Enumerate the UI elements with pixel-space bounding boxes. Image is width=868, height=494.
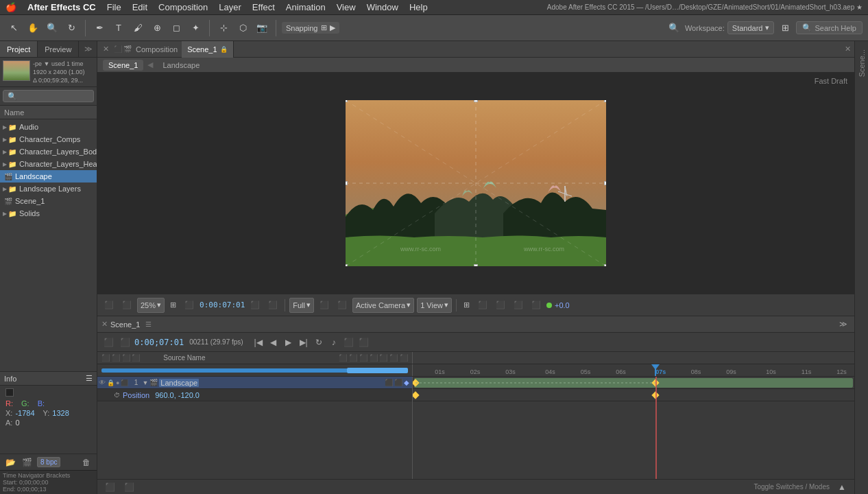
- kf-sub-start[interactable]: [413, 391, 420, 399]
- preview-tab[interactable]: Preview: [38, 41, 79, 57]
- lc-switch-icon[interactable]: ⬛: [385, 379, 393, 386]
- tl-status-icon-1[interactable]: ⬛: [103, 480, 117, 494]
- menu-composition[interactable]: Composition: [158, 2, 208, 12]
- viewer-views-select[interactable]: 1 View ▾: [417, 298, 452, 313]
- comp-panel-close[interactable]: ✕: [841, 41, 854, 58]
- viewer-fit-btn[interactable]: ⊞: [167, 298, 179, 313]
- tl-timecode[interactable]: 0:00;07:01: [134, 338, 184, 347]
- tree-item-landscape-layers[interactable]: ▶ 📁 Landscape Layers: [0, 183, 97, 195]
- viewer-tab-landscape[interactable]: Landscape: [157, 60, 205, 71]
- toolbar-clone-tool[interactable]: ⊕: [149, 20, 165, 36]
- sub-stopwatch-icon[interactable]: ⏱: [114, 392, 120, 399]
- viewer-preview-btn[interactable]: ⬛: [511, 298, 526, 313]
- tree-item-audio[interactable]: ▶ 📁 Audio: [0, 121, 97, 133]
- tree-item-landscape[interactable]: 🎬 Landscape: [0, 170, 97, 183]
- transform-handle-tl[interactable]: [346, 100, 348, 102]
- apple-menu[interactable]: 🍎: [5, 2, 16, 12]
- layer-bar-1[interactable]: [414, 378, 853, 388]
- viewer-3d-btn[interactable]: ⬛: [493, 298, 508, 313]
- toolbar-brush-tool[interactable]: 🖌: [130, 20, 146, 36]
- viewer-pixel-ratio-btn[interactable]: ⬛: [182, 298, 197, 313]
- toolbar-eraser-tool[interactable]: ◻: [168, 20, 184, 36]
- tl-step-back[interactable]: ◀: [267, 336, 280, 349]
- viewer-play-btn[interactable]: ⬛: [248, 298, 263, 313]
- menu-view[interactable]: View: [337, 2, 356, 12]
- tl-flow-btn[interactable]: ⬛: [357, 336, 371, 349]
- panel-expand-btn[interactable]: ≫: [80, 41, 97, 57]
- tl-ram-icon[interactable]: ⬛: [101, 336, 115, 349]
- tl-step-fwd[interactable]: ▶|: [297, 336, 311, 349]
- project-search-input[interactable]: [3, 90, 94, 102]
- layer-eye-icon[interactable]: 👁: [99, 379, 106, 386]
- tl-layer-row-1[interactable]: 👁 🔒 ● ⬛ 1 ▼ 🎬 Landscape ⬛: [97, 377, 412, 389]
- comp-tab-scene1[interactable]: Scene_1 🔒: [182, 41, 233, 58]
- toolbar-rotate-tool[interactable]: ↻: [63, 20, 80, 36]
- tree-item-solids[interactable]: ▶ 📁 Solids: [0, 207, 97, 220]
- tl-expand-btn[interactable]: ≫: [836, 318, 850, 331]
- viewer-audio-btn[interactable]: ⬛: [119, 298, 134, 313]
- toolbar-hand-tool[interactable]: ✋: [25, 20, 41, 36]
- tl-toggle-label[interactable]: Toggle Switches / Modes: [754, 483, 830, 491]
- layer-triangle-1[interactable]: ▼: [142, 379, 148, 386]
- viewer-quality-select[interactable]: Full ▾: [289, 298, 314, 313]
- tl-layer-sub-row-position[interactable]: ⏱ Position 960.0, -120.0: [97, 389, 412, 401]
- tl-play-pause[interactable]: ▶: [282, 336, 296, 349]
- transform-handle-mr[interactable]: [604, 181, 606, 185]
- tl-status-icon-2[interactable]: ⬛: [122, 480, 136, 494]
- transform-handle-bl[interactable]: [346, 264, 348, 266]
- tl-loop[interactable]: ↻: [312, 336, 326, 349]
- layer-lock-icon[interactable]: 🔒: [107, 379, 114, 386]
- viewer-ram-preview-btn[interactable]: ⬛: [101, 298, 117, 313]
- viewer-loop-btn[interactable]: ⬛: [265, 298, 280, 313]
- tl-goto-start[interactable]: |◀: [252, 336, 265, 349]
- toolbar-text-tool[interactable]: T: [110, 20, 127, 36]
- tree-item-charlayers-bodi[interactable]: ▶ 📁 Character_Layers_Bodi: [0, 145, 97, 158]
- tl-ruler[interactable]: 01s 02s 03s 04s 05s 06s 07s 08s 09s 10s: [413, 364, 854, 376]
- toolbar-cam-tool[interactable]: 📷: [254, 20, 270, 36]
- viewer-grid-btn[interactable]: ⊞: [461, 298, 472, 313]
- toolbar-zoom-tool[interactable]: 🔍: [44, 20, 60, 36]
- tl-nav-handle[interactable]: [347, 368, 408, 373]
- viewer-camera-select[interactable]: Active Camera ▾: [352, 298, 414, 313]
- workspace-select[interactable]: Standard ▾: [727, 21, 775, 34]
- viewer-render-btn[interactable]: ⬛: [529, 298, 544, 313]
- tree-item-charlayers-head[interactable]: ▶ 📁 Character_Layers_Heac: [0, 158, 97, 170]
- workspace-btn-2[interactable]: ⊞: [777, 20, 793, 36]
- viewer-safe-zone-btn[interactable]: ⬛: [475, 298, 490, 313]
- tl-nav-bracket[interactable]: [101, 368, 408, 373]
- scene-panel-label[interactable]: Scene...: [858, 49, 866, 77]
- menu-effect[interactable]: Effect: [252, 2, 275, 12]
- toolbar-arrow-tool[interactable]: ↖: [5, 20, 22, 36]
- tl-audio-icon[interactable]: ⬛: [118, 336, 132, 349]
- workspace-search-icon[interactable]: 🔍: [666, 20, 682, 36]
- menu-layer[interactable]: Layer: [219, 2, 241, 12]
- transform-handle-ml[interactable]: [346, 181, 348, 185]
- menu-file[interactable]: File: [107, 2, 121, 12]
- viewer-zoom-select[interactable]: 25% ▾: [137, 298, 165, 313]
- tl-close-btn[interactable]: ✕: [101, 320, 108, 329]
- project-tab[interactable]: Project: [0, 41, 38, 57]
- menu-edit[interactable]: Edit: [132, 2, 147, 12]
- layer-solo-icon[interactable]: ●: [116, 379, 119, 386]
- transform-handle-tc[interactable]: [474, 100, 478, 102]
- menu-help[interactable]: Help: [409, 2, 428, 12]
- menu-window[interactable]: Window: [367, 2, 398, 12]
- viewer-timecode[interactable]: 0:00:07:01: [200, 301, 245, 309]
- search-help-box[interactable]: 🔍 Search Help: [796, 21, 863, 34]
- tl-audio[interactable]: ♪: [327, 336, 341, 349]
- transform-handle-br[interactable]: [604, 264, 606, 266]
- panel-new-comp-btn[interactable]: 🎬: [21, 456, 33, 469]
- panel-new-folder-btn[interactable]: 📂: [4, 456, 16, 469]
- lc-keyframe-icon[interactable]: ◆: [404, 379, 409, 386]
- viewer-toggle-btn2[interactable]: ⬛: [335, 298, 350, 313]
- bpc-badge[interactable]: 8 bpc: [37, 457, 60, 467]
- transform-handle-tr[interactable]: [604, 100, 606, 102]
- snapping-icon[interactable]: ⊞: [321, 23, 327, 32]
- tl-live-update[interactable]: ⬛: [342, 336, 356, 349]
- layer-motion-blur-icon[interactable]: ⬛: [121, 379, 128, 386]
- tree-item-charcomps[interactable]: ▶ 📁 Character_Comps: [0, 133, 97, 145]
- toolbar-puppet-tool[interactable]: ✦: [187, 20, 204, 36]
- tree-item-scene1[interactable]: 🎬 Scene_1: [0, 195, 97, 207]
- toolbar-pen-tool[interactable]: ✒: [91, 20, 108, 36]
- toolbar-anchor-tool[interactable]: ⊹: [215, 20, 232, 36]
